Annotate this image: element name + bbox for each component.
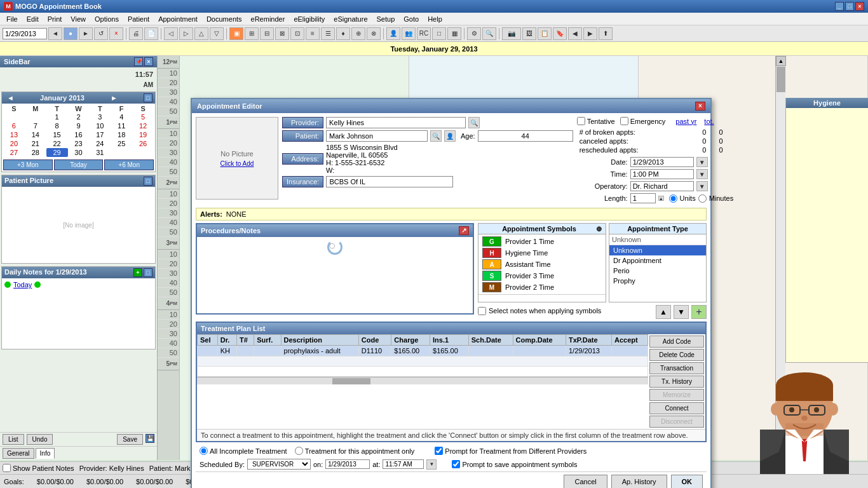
tb-btn-24[interactable]: ⬆ xyxy=(599,27,613,40)
tb-btn-11[interactable]: 👤 xyxy=(386,27,400,40)
emergency-checkbox[interactable] xyxy=(620,117,628,125)
refresh-button[interactable]: ↺ xyxy=(94,27,108,40)
cal-today-button[interactable]: Today xyxy=(54,159,104,170)
sym-up-button[interactable]: ▲ xyxy=(656,305,671,319)
tb-btn-13[interactable]: RC xyxy=(417,27,431,40)
cal-day[interactable]: 31 xyxy=(89,148,111,157)
tab-info[interactable]: Info xyxy=(36,448,55,459)
menu-esignature[interactable]: eSignature xyxy=(330,14,371,24)
add-code-button[interactable]: Add Code xyxy=(649,336,704,348)
cal-day[interactable]: 23 xyxy=(68,139,90,148)
prev-button[interactable]: ◁ xyxy=(164,27,178,40)
cal-day[interactable]: 1 xyxy=(46,112,68,121)
next-date-button[interactable]: ► xyxy=(79,27,93,40)
undo-button[interactable]: Undo xyxy=(27,434,53,445)
close-toolbar-button[interactable]: × xyxy=(109,27,123,40)
length-up-button[interactable]: ▲ xyxy=(658,196,664,201)
delete-code-button[interactable]: Delete Code xyxy=(649,349,704,361)
scheduled-on-input[interactable] xyxy=(325,459,370,469)
down-button[interactable]: ▽ xyxy=(210,27,224,40)
menu-options[interactable]: Options xyxy=(91,14,123,24)
prompt-providers-checkbox[interactable] xyxy=(435,447,443,455)
time-field[interactable] xyxy=(630,169,694,179)
show-notes-checkbox[interactable] xyxy=(3,464,11,472)
tb-btn-22[interactable]: ◀ xyxy=(568,27,582,40)
cal-day[interactable]: 11 xyxy=(111,121,132,130)
patient-search-button[interactable]: 🔍 xyxy=(430,130,442,142)
cal-day[interactable]: 2 xyxy=(68,112,90,121)
cal-day[interactable]: 30 xyxy=(68,148,90,157)
tb-btn-20[interactable]: 📋 xyxy=(538,27,552,40)
cal-day[interactable]: 18 xyxy=(111,130,132,139)
appt-type-unknown[interactable]: Unknown xyxy=(609,245,706,255)
cal-next-button[interactable]: ► xyxy=(108,94,120,102)
connect-button[interactable]: Connect xyxy=(649,402,704,414)
save-icon-button[interactable]: 💾 xyxy=(146,434,154,443)
tb-btn-2[interactable]: ⊞ xyxy=(245,27,259,40)
cal-day[interactable] xyxy=(25,112,46,121)
patient-photo-box[interactable]: No Picture Click to Add xyxy=(196,117,278,200)
select-notes-checkbox[interactable] xyxy=(478,307,486,315)
tb-btn-19[interactable]: 🖼 xyxy=(522,27,536,40)
cal-day[interactable]: 5 xyxy=(132,112,154,121)
cal-day[interactable]: 13 xyxy=(3,130,25,139)
date-input[interactable] xyxy=(3,28,47,39)
tb-btn-18[interactable]: 📷 xyxy=(502,27,521,40)
cal-day[interactable]: 20 xyxy=(3,139,25,148)
tb-btn-21[interactable]: 🔖 xyxy=(553,27,567,40)
close-button[interactable]: × xyxy=(855,2,864,11)
units-radio[interactable] xyxy=(669,194,677,203)
scheduled-by-select[interactable]: SUPERVISOR xyxy=(247,459,311,470)
scheduled-at-button[interactable]: ▼ xyxy=(426,459,437,470)
cal-day[interactable]: 17 xyxy=(89,130,111,139)
tentative-checkbox[interactable] xyxy=(577,117,585,125)
cal-prev-button[interactable]: ◄ xyxy=(4,94,17,102)
maximize-button[interactable]: □ xyxy=(845,2,854,11)
time-picker-button[interactable]: ▼ xyxy=(696,169,708,179)
cal-day[interactable]: 24 xyxy=(89,139,111,148)
appt-type-perio[interactable]: Perio xyxy=(609,266,706,276)
menu-view[interactable]: View xyxy=(67,14,90,24)
date-picker-button[interactable]: ▼ xyxy=(696,157,708,167)
next-button[interactable]: ▷ xyxy=(179,27,193,40)
scrollbar-thumb[interactable] xyxy=(332,378,370,384)
sidebar-pin-button[interactable]: 📌 xyxy=(134,57,143,66)
print2-button[interactable]: 📄 xyxy=(144,27,158,40)
tb-btn-16[interactable]: ⚙ xyxy=(467,27,481,40)
tb-btn-1[interactable]: ▣ xyxy=(229,27,243,40)
tb-btn-12[interactable]: 👥 xyxy=(402,27,416,40)
tb-btn-4[interactable]: ⊠ xyxy=(275,27,289,40)
tot-link[interactable]: tot. xyxy=(704,118,714,125)
symbols-scrollbar[interactable] xyxy=(478,294,606,302)
menu-documents[interactable]: Documents xyxy=(203,14,246,24)
length-field[interactable] xyxy=(630,193,656,203)
menu-patient[interactable]: Patient xyxy=(124,14,153,24)
menu-print[interactable]: Print xyxy=(44,14,66,24)
cal-day[interactable]: 26 xyxy=(132,139,154,148)
daily-notes-add-button[interactable]: + xyxy=(133,268,142,277)
past-yr-link[interactable]: past yr xyxy=(675,118,696,125)
operatory-field[interactable] xyxy=(630,181,694,191)
cal-day[interactable]: 19 xyxy=(132,130,154,139)
appt-type-prophy[interactable]: Prophy xyxy=(609,276,706,286)
tb-btn-7[interactable]: ☰ xyxy=(321,27,335,40)
prev-date-button[interactable]: ◄ xyxy=(48,27,62,40)
prompt-save-checkbox[interactable] xyxy=(452,460,460,468)
procedures-body[interactable]: ◌ xyxy=(197,237,473,313)
daily-notes-expand-button[interactable]: □ xyxy=(144,268,153,277)
menu-edit[interactable]: Edit xyxy=(23,14,43,24)
all-incomplete-radio[interactable] xyxy=(200,447,208,455)
click-to-add-link[interactable]: Click to Add xyxy=(220,160,254,167)
memorize-button[interactable]: Memorize xyxy=(649,389,704,401)
cal-day[interactable]: 21 xyxy=(25,139,46,148)
minutes-radio[interactable] xyxy=(698,194,707,203)
tb-btn-6[interactable]: ≡ xyxy=(306,27,320,40)
cal-day[interactable] xyxy=(111,148,132,157)
cal-day[interactable]: 12 xyxy=(132,121,154,130)
treatment-scrollbar-h[interactable] xyxy=(197,377,648,384)
tb-btn-8[interactable]: ♦ xyxy=(336,27,350,40)
tb-btn-9[interactable]: ⊕ xyxy=(351,27,365,40)
cal-day[interactable]: 25 xyxy=(111,139,132,148)
cal-day[interactable]: 6 xyxy=(3,121,25,130)
minimize-button[interactable]: _ xyxy=(835,2,844,11)
